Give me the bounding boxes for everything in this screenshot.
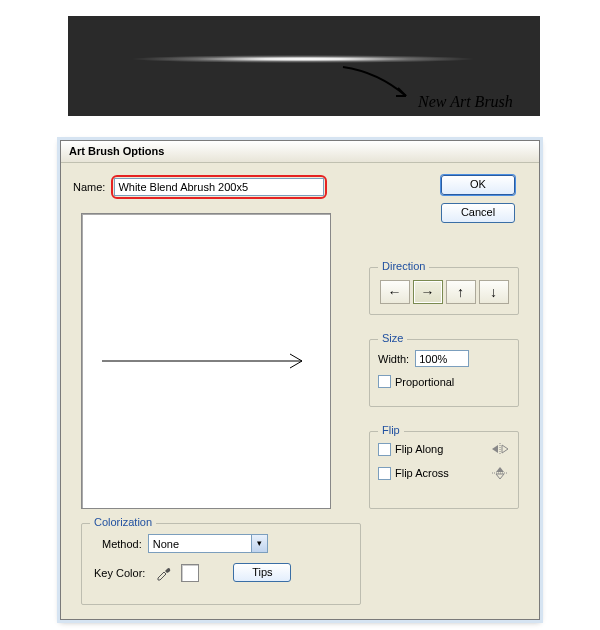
flip-across-label: Flip Across [395, 467, 449, 479]
preview-direction-arrow [102, 351, 312, 371]
size-title: Size [378, 332, 407, 344]
flip-along-icon [490, 442, 510, 456]
keycolor-label: Key Color: [94, 567, 145, 579]
flip-along-checkbox[interactable] [378, 443, 391, 456]
width-input[interactable] [415, 350, 469, 367]
eyedropper-icon[interactable] [155, 565, 171, 581]
annotation-arrow [338, 62, 418, 106]
keycolor-swatch[interactable] [181, 564, 199, 582]
width-label: Width: [378, 353, 409, 365]
method-select[interactable]: None ▾ [148, 534, 268, 553]
name-input-highlight [111, 175, 327, 199]
flip-across-checkbox[interactable] [378, 467, 391, 480]
colorization-fieldset: Colorization Method: None ▾ Key Color: T… [81, 523, 361, 605]
direction-up-button[interactable]: ↑ [446, 280, 476, 304]
name-label: Name: [73, 181, 105, 193]
direction-right-button[interactable]: → [413, 280, 443, 304]
annotation-text: New Art Brush [418, 93, 513, 111]
proportional-label: Proportional [395, 376, 454, 388]
art-brush-options-dialog: Art Brush Options Name: OK Cancel Direct… [60, 140, 540, 620]
ok-button[interactable]: OK [441, 175, 515, 195]
flip-fieldset: Flip Flip Along Flip Across [369, 431, 519, 509]
direction-down-button[interactable]: ↓ [479, 280, 509, 304]
cancel-button[interactable]: Cancel [441, 203, 515, 223]
dialog-content: Name: OK Cancel Direction ← → ↑ ↓ S [61, 163, 539, 221]
method-label: Method: [102, 538, 142, 550]
chevron-down-icon: ▾ [251, 535, 267, 552]
tips-button[interactable]: Tips [233, 563, 291, 582]
flip-along-label: Flip Along [395, 443, 443, 455]
name-input[interactable] [114, 178, 324, 196]
method-value: None [153, 538, 179, 550]
brush-preview-panel: New Art Brush [68, 16, 540, 116]
proportional-checkbox[interactable] [378, 375, 391, 388]
flip-across-icon [490, 466, 510, 480]
flip-title: Flip [378, 424, 404, 436]
direction-fieldset: Direction ← → ↑ ↓ [369, 267, 519, 315]
brush-direction-preview [81, 213, 331, 509]
colorization-title: Colorization [90, 516, 156, 528]
size-fieldset: Size Width: Proportional [369, 339, 519, 407]
brush-streak [88, 54, 518, 64]
dialog-titlebar: Art Brush Options [61, 141, 539, 163]
direction-title: Direction [378, 260, 429, 272]
direction-left-button[interactable]: ← [380, 280, 410, 304]
